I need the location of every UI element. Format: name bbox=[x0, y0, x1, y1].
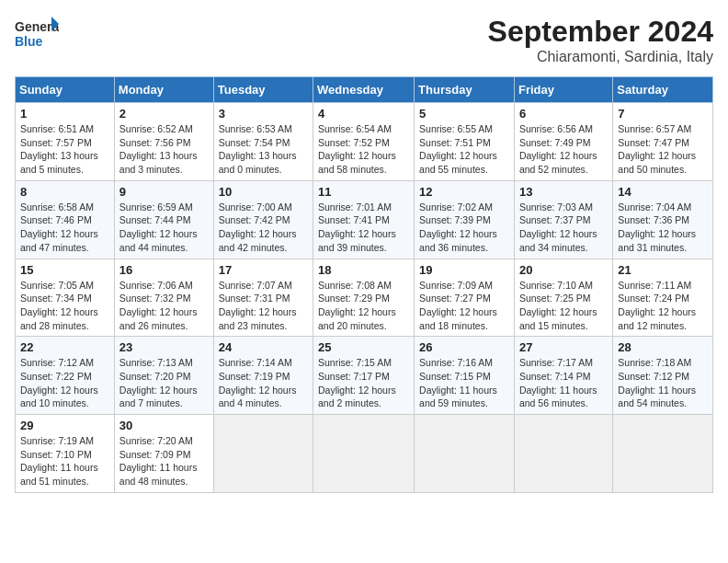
day-number: 12 bbox=[419, 185, 509, 199]
calendar-cell: 25Sunrise: 7:15 AMSunset: 7:17 PMDayligh… bbox=[313, 337, 415, 415]
calendar-cell: 13Sunrise: 7:03 AMSunset: 7:37 PMDayligh… bbox=[514, 180, 612, 259]
calendar-cell: 22Sunrise: 7:12 AMSunset: 7:22 PMDayligh… bbox=[16, 337, 115, 415]
day-detail: Sunrise: 7:09 AMSunset: 7:27 PMDaylight:… bbox=[419, 279, 509, 333]
calendar-cell: 3Sunrise: 6:53 AMSunset: 7:54 PMDaylight… bbox=[213, 103, 313, 181]
day-number: 16 bbox=[119, 263, 209, 277]
calendar-cell: 12Sunrise: 7:02 AMSunset: 7:39 PMDayligh… bbox=[415, 180, 515, 259]
day-detail: Sunrise: 7:06 AMSunset: 7:32 PMDaylight:… bbox=[119, 279, 209, 333]
day-detail: Sunrise: 6:57 AMSunset: 7:47 PMDaylight:… bbox=[618, 122, 708, 177]
day-number: 30 bbox=[119, 419, 209, 432]
weekday-header-friday: Friday bbox=[514, 77, 612, 103]
day-number: 2 bbox=[119, 107, 209, 121]
calendar-cell bbox=[313, 415, 415, 493]
calendar-cell bbox=[514, 415, 612, 493]
day-number: 18 bbox=[318, 263, 409, 277]
calendar-cell: 24Sunrise: 7:14 AMSunset: 7:19 PMDayligh… bbox=[213, 337, 313, 415]
calendar-cell: 19Sunrise: 7:09 AMSunset: 7:27 PMDayligh… bbox=[415, 259, 515, 337]
weekday-header-saturday: Saturday bbox=[613, 77, 713, 103]
location-title: Chiaramonti, Sardinia, Italy bbox=[488, 49, 713, 65]
day-detail: Sunrise: 6:53 AMSunset: 7:54 PMDaylight:… bbox=[219, 122, 308, 177]
weekday-header-monday: Monday bbox=[114, 77, 213, 103]
page-header: General Blue September 2024 Chiaramonti,… bbox=[15, 15, 713, 65]
calendar-cell: 26Sunrise: 7:16 AMSunset: 7:15 PMDayligh… bbox=[415, 337, 515, 415]
calendar-cell: 21Sunrise: 7:11 AMSunset: 7:24 PMDayligh… bbox=[613, 259, 713, 337]
day-number: 8 bbox=[20, 185, 109, 199]
calendar-week-2: 8Sunrise: 6:58 AMSunset: 7:46 PMDaylight… bbox=[16, 180, 713, 259]
title-block: September 2024 Chiaramonti, Sardinia, It… bbox=[488, 15, 713, 65]
day-detail: Sunrise: 6:56 AMSunset: 7:49 PMDaylight:… bbox=[519, 122, 608, 177]
day-number: 7 bbox=[618, 107, 708, 121]
day-number: 17 bbox=[219, 263, 308, 277]
calendar-cell: 10Sunrise: 7:00 AMSunset: 7:42 PMDayligh… bbox=[213, 180, 313, 259]
day-number: 24 bbox=[219, 340, 308, 354]
calendar-cell: 9Sunrise: 6:59 AMSunset: 7:44 PMDaylight… bbox=[114, 180, 213, 259]
day-detail: Sunrise: 7:08 AMSunset: 7:29 PMDaylight:… bbox=[318, 279, 409, 333]
calendar-week-4: 22Sunrise: 7:12 AMSunset: 7:22 PMDayligh… bbox=[16, 337, 713, 415]
day-number: 19 bbox=[419, 263, 509, 277]
month-title: September 2024 bbox=[488, 15, 713, 49]
calendar-table: SundayMondayTuesdayWednesdayThursdayFrid… bbox=[15, 76, 713, 493]
day-detail: Sunrise: 7:17 AMSunset: 7:14 PMDaylight:… bbox=[519, 356, 608, 410]
day-detail: Sunrise: 7:01 AMSunset: 7:41 PMDaylight:… bbox=[318, 201, 409, 255]
day-detail: Sunrise: 6:59 AMSunset: 7:44 PMDaylight:… bbox=[119, 201, 209, 255]
day-detail: Sunrise: 7:10 AMSunset: 7:25 PMDaylight:… bbox=[519, 279, 608, 333]
calendar-cell bbox=[415, 415, 515, 493]
calendar-cell: 8Sunrise: 6:58 AMSunset: 7:46 PMDaylight… bbox=[16, 180, 115, 259]
calendar-week-3: 15Sunrise: 7:05 AMSunset: 7:34 PMDayligh… bbox=[16, 259, 713, 337]
calendar-cell: 17Sunrise: 7:07 AMSunset: 7:31 PMDayligh… bbox=[213, 259, 313, 337]
day-number: 1 bbox=[20, 107, 109, 121]
calendar-cell: 29Sunrise: 7:19 AMSunset: 7:10 PMDayligh… bbox=[16, 415, 115, 493]
day-number: 23 bbox=[119, 340, 209, 354]
calendar-cell: 4Sunrise: 6:54 AMSunset: 7:52 PMDaylight… bbox=[313, 103, 415, 181]
calendar-week-5: 29Sunrise: 7:19 AMSunset: 7:10 PMDayligh… bbox=[16, 415, 713, 493]
day-number: 4 bbox=[318, 107, 409, 121]
day-number: 11 bbox=[318, 185, 409, 199]
day-detail: Sunrise: 7:13 AMSunset: 7:20 PMDaylight:… bbox=[119, 356, 209, 410]
calendar-cell: 15Sunrise: 7:05 AMSunset: 7:34 PMDayligh… bbox=[16, 259, 115, 337]
day-detail: Sunrise: 7:05 AMSunset: 7:34 PMDaylight:… bbox=[20, 279, 109, 333]
calendar-cell: 30Sunrise: 7:20 AMSunset: 7:09 PMDayligh… bbox=[114, 415, 213, 493]
day-detail: Sunrise: 7:11 AMSunset: 7:24 PMDaylight:… bbox=[618, 279, 708, 333]
calendar-cell: 6Sunrise: 6:56 AMSunset: 7:49 PMDaylight… bbox=[514, 103, 612, 181]
day-detail: Sunrise: 7:00 AMSunset: 7:42 PMDaylight:… bbox=[219, 201, 308, 255]
day-detail: Sunrise: 6:54 AMSunset: 7:52 PMDaylight:… bbox=[318, 122, 409, 177]
weekday-header-wednesday: Wednesday bbox=[313, 77, 415, 103]
calendar-week-1: 1Sunrise: 6:51 AMSunset: 7:57 PMDaylight… bbox=[16, 103, 713, 181]
day-detail: Sunrise: 7:03 AMSunset: 7:37 PMDaylight:… bbox=[519, 201, 608, 255]
calendar-cell: 11Sunrise: 7:01 AMSunset: 7:41 PMDayligh… bbox=[313, 180, 415, 259]
day-detail: Sunrise: 7:12 AMSunset: 7:22 PMDaylight:… bbox=[20, 356, 109, 410]
day-number: 13 bbox=[519, 185, 608, 199]
weekday-header-sunday: Sunday bbox=[16, 77, 115, 103]
calendar-cell: 14Sunrise: 7:04 AMSunset: 7:36 PMDayligh… bbox=[613, 180, 713, 259]
day-number: 9 bbox=[119, 185, 209, 199]
weekday-header-tuesday: Tuesday bbox=[213, 77, 313, 103]
day-number: 15 bbox=[20, 263, 109, 277]
day-number: 10 bbox=[219, 185, 308, 199]
calendar-cell: 1Sunrise: 6:51 AMSunset: 7:57 PMDaylight… bbox=[16, 103, 115, 181]
day-detail: Sunrise: 6:55 AMSunset: 7:51 PMDaylight:… bbox=[419, 122, 509, 177]
day-number: 28 bbox=[618, 340, 708, 354]
calendar-cell: 7Sunrise: 6:57 AMSunset: 7:47 PMDaylight… bbox=[613, 103, 713, 181]
calendar-cell: 27Sunrise: 7:17 AMSunset: 7:14 PMDayligh… bbox=[514, 337, 612, 415]
day-number: 26 bbox=[419, 340, 509, 354]
day-number: 20 bbox=[519, 263, 608, 277]
logo: General Blue bbox=[15, 15, 63, 52]
day-detail: Sunrise: 7:19 AMSunset: 7:10 PMDaylight:… bbox=[20, 434, 109, 488]
day-number: 27 bbox=[519, 340, 608, 354]
day-detail: Sunrise: 7:04 AMSunset: 7:36 PMDaylight:… bbox=[618, 201, 708, 255]
day-number: 6 bbox=[519, 107, 608, 121]
day-number: 14 bbox=[618, 185, 708, 199]
day-detail: Sunrise: 6:51 AMSunset: 7:57 PMDaylight:… bbox=[20, 122, 109, 177]
day-detail: Sunrise: 7:02 AMSunset: 7:39 PMDaylight:… bbox=[419, 201, 509, 255]
day-detail: Sunrise: 7:07 AMSunset: 7:31 PMDaylight:… bbox=[219, 279, 308, 333]
day-detail: Sunrise: 7:15 AMSunset: 7:17 PMDaylight:… bbox=[318, 356, 409, 410]
day-detail: Sunrise: 6:58 AMSunset: 7:46 PMDaylight:… bbox=[20, 201, 109, 255]
day-detail: Sunrise: 7:14 AMSunset: 7:19 PMDaylight:… bbox=[219, 356, 308, 410]
calendar-cell: 18Sunrise: 7:08 AMSunset: 7:29 PMDayligh… bbox=[313, 259, 415, 337]
day-detail: Sunrise: 7:20 AMSunset: 7:09 PMDaylight:… bbox=[119, 434, 209, 488]
day-detail: Sunrise: 7:16 AMSunset: 7:15 PMDaylight:… bbox=[419, 356, 509, 410]
day-number: 5 bbox=[419, 107, 509, 121]
day-number: 22 bbox=[20, 340, 109, 354]
calendar-cell: 5Sunrise: 6:55 AMSunset: 7:51 PMDaylight… bbox=[415, 103, 515, 181]
calendar-cell bbox=[213, 415, 313, 493]
